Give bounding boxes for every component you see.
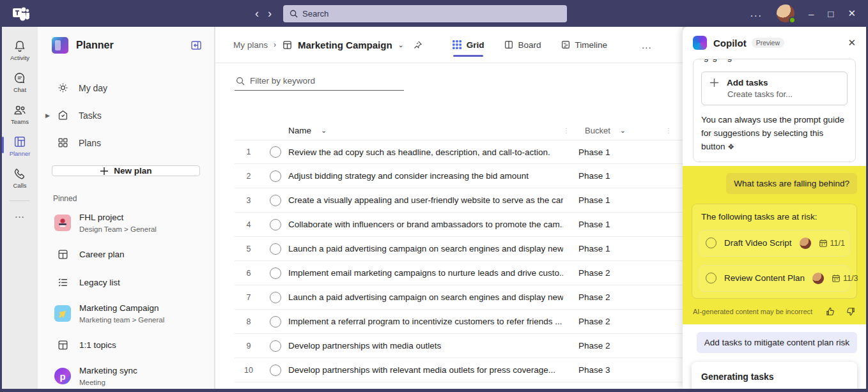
table-row[interactable]: 4Collaborate with influencers or brand a… (235, 213, 683, 237)
rail-item-planner[interactable]: Planner (2, 130, 38, 162)
complete-task-checkbox[interactable] (270, 292, 281, 303)
risk-task-review-content-plan[interactable]: Review Content Plan 11/3 (699, 265, 850, 292)
rail-item-calls[interactable]: Calls (2, 162, 38, 194)
rail-item-chat[interactable]: Chat (2, 66, 38, 98)
task-name[interactable]: Adjust bidding strategy and consider inc… (288, 171, 563, 181)
complete-task-checkbox[interactable] (270, 243, 281, 255)
sidebar-item-tasks[interactable]: ▶ Tasks (38, 102, 214, 129)
task-bucket[interactable]: Phase 1 (563, 220, 659, 229)
tab-timeline[interactable]: Timeline (561, 27, 608, 63)
task-name[interactable]: Implement email marketing campaigns to n… (288, 268, 563, 278)
user-avatar[interactable] (777, 4, 794, 22)
tab-board[interactable]: Board (504, 27, 541, 63)
complete-task-checkbox[interactable] (270, 195, 281, 206)
rail-more-button[interactable]: ... (15, 204, 25, 220)
task-name[interactable]: Collaborate with influencers or brand am… (288, 220, 563, 229)
task-bucket[interactable]: Phase 2 (563, 341, 659, 351)
task-name[interactable]: Develop partnerships with relevant media… (288, 365, 563, 375)
title-bar: ‹ › Search ... – □ ✕ (2, 0, 866, 27)
task-name[interactable]: Develop partnerships with media outlets (288, 341, 563, 351)
pin-plan-icon[interactable] (413, 40, 422, 50)
complete-task-checkbox[interactable] (270, 340, 281, 352)
task-bucket[interactable]: Phase 1 (563, 195, 659, 205)
task-bucket[interactable]: Phase 3 (563, 365, 659, 375)
task-bucket[interactable]: Phase 1 (563, 244, 659, 253)
table-row[interactable]: 2Adjust bidding strategy and consider in… (235, 164, 683, 188)
column-header-name[interactable]: Name⌄ (288, 126, 563, 135)
calendar-icon (819, 239, 828, 248)
task-name[interactable]: Create a visually appealing and user-fri… (288, 195, 563, 205)
suggestion-bubble[interactable]: Add tasks to mitigate content plan risk (697, 332, 857, 353)
maximize-button[interactable]: □ (828, 8, 833, 19)
complete-task-checkbox[interactable] (270, 316, 281, 328)
complete-task-checkbox[interactable] (270, 365, 281, 376)
fhl-project-icon (54, 215, 71, 231)
task-name[interactable]: Implement a referral program to incentiv… (288, 317, 563, 326)
thumbs-down-icon[interactable] (846, 306, 856, 317)
expand-caret-icon[interactable]: ▶ (45, 112, 50, 119)
table-row[interactable]: 9Develop partnerships with media outlets… (235, 334, 683, 358)
prompt-guide-icon[interactable]: ❖ (727, 142, 734, 151)
task-name[interactable]: Review the ad copy such as headline, des… (288, 147, 563, 157)
task-name[interactable]: Launch a paid advertising campaign on se… (288, 244, 563, 253)
table-row[interactable]: 5Launch a paid advertising campaign on s… (235, 237, 683, 261)
copilot-scroll-area[interactable]: gg g Add tasks Create tasks for... You c… (683, 59, 866, 389)
titlebar-more-button[interactable]: ... (750, 8, 763, 19)
tab-grid[interactable]: Grid (452, 27, 484, 63)
add-tasks-prompt-card[interactable]: Add tasks Create tasks for... (701, 72, 848, 105)
complete-task-checkbox[interactable] (706, 237, 717, 248)
phone-icon (13, 167, 27, 181)
pinned-item-marketing-sync[interactable]: p Marketing syncMeeting (38, 359, 214, 392)
new-plan-button[interactable]: New plan (52, 165, 200, 176)
sidebar-item-plans[interactable]: Plans (38, 129, 214, 156)
copilot-response-card: The following tasks are at risk: Draft V… (692, 204, 857, 299)
sidebar-item-my-day[interactable]: My day (38, 74, 214, 102)
column-separator[interactable]: ⋮ (563, 127, 570, 134)
table-row[interactable]: 1Review the ad copy such as headline, de… (235, 140, 683, 164)
pinned-item-legacy-list[interactable]: Legacy list (38, 268, 214, 296)
table-header-row: Name⌄ ⋮ Bucket⌄ ⋮ Due date (235, 121, 683, 140)
pinned-item-career-plan[interactable]: Career plan (38, 240, 214, 268)
close-copilot-icon[interactable]: ✕ (848, 37, 856, 49)
table-row[interactable]: 8Implement a referral program to incenti… (235, 310, 683, 334)
complete-task-checkbox[interactable] (270, 146, 281, 158)
nav-forward-button[interactable]: › (268, 7, 272, 20)
task-name[interactable]: Launch a paid advertising campaign on se… (288, 292, 563, 302)
collapse-sidebar-icon[interactable] (190, 39, 203, 52)
complete-task-checkbox[interactable] (270, 268, 281, 279)
task-bucket[interactable]: Phase 2 (563, 317, 659, 326)
table-row[interactable]: 6Implement email marketing campaigns to … (235, 261, 683, 285)
plan-dropdown-chevron-icon[interactable]: ⌄ (398, 41, 404, 49)
tabs-more-button[interactable]: ... (642, 40, 652, 50)
sort-chevron-icon: ⌄ (620, 126, 626, 135)
pinned-item-1-1-topics[interactable]: 1:1 topics (38, 331, 214, 359)
thumbs-up-icon[interactable] (825, 306, 835, 317)
close-window-button[interactable]: ✕ (848, 8, 856, 19)
task-bucket[interactable]: Phase 1 (563, 147, 659, 157)
filter-input[interactable]: Filter by keyword (235, 72, 404, 91)
task-bucket[interactable]: Phase 2 (563, 292, 659, 302)
nav-back-button[interactable]: ‹ (255, 7, 259, 20)
complete-task-checkbox[interactable] (706, 273, 717, 283)
rail-item-activity[interactable]: Activity (2, 34, 38, 66)
complete-task-checkbox[interactable] (270, 219, 281, 230)
column-header-due[interactable]: Due date (672, 126, 683, 135)
minimize-button[interactable]: – (809, 8, 814, 19)
table-row[interactable]: 7Launch a paid advertising campaign on s… (235, 285, 683, 310)
rail-item-teams[interactable]: Teams (2, 98, 38, 130)
column-header-bucket[interactable]: Bucket⌄ (570, 126, 665, 135)
task-bucket[interactable]: Phase 1 (563, 171, 659, 181)
risk-task-draft-video-script[interactable]: Draft Video Script 11/1 (699, 230, 850, 257)
search-input[interactable]: Search (283, 5, 567, 22)
task-bucket[interactable]: Phase 2 (563, 268, 659, 278)
table-row[interactable]: 10Develop partnerships with relevant med… (235, 358, 683, 382)
pinned-item-marketing-campaign[interactable]: Marketing CampaignMarketing team > Gener… (38, 296, 214, 331)
copilot-title: Copilot (713, 38, 747, 49)
breadcrumb[interactable]: My plans (233, 40, 268, 50)
column-separator[interactable]: ⋮ (665, 127, 672, 134)
pinned-item-fhl-project[interactable]: FHL projectDesign Team > General (38, 206, 214, 240)
planner-app-logo (52, 37, 68, 54)
filter-search-icon (236, 77, 245, 86)
complete-task-checkbox[interactable] (270, 170, 281, 182)
table-row[interactable]: 3Create a visually appealing and user-fr… (235, 188, 683, 213)
